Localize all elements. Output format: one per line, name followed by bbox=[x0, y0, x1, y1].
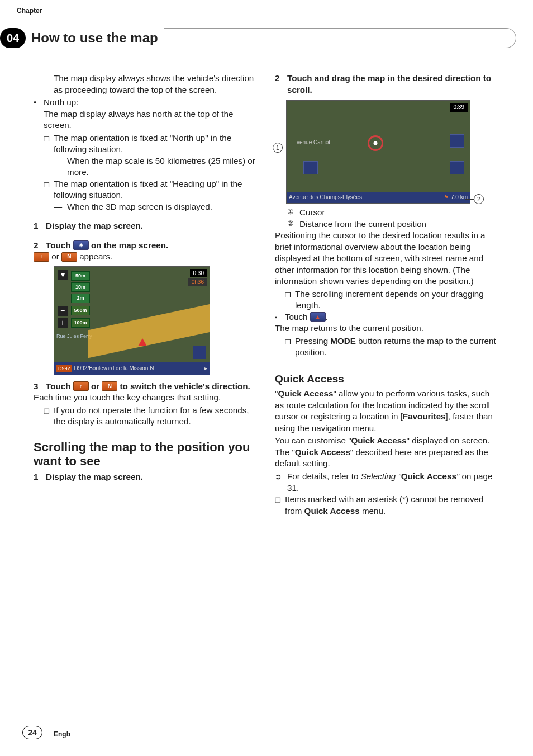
chapter-label: Chapter bbox=[17, 7, 42, 15]
text-fragment: Quick Access bbox=[304, 506, 360, 516]
chapter-rule bbox=[164, 28, 516, 48]
text-fragment: . bbox=[326, 312, 328, 322]
heading-up-icon[interactable]: ↑ bbox=[34, 252, 49, 262]
bullet-text: North up: bbox=[44, 97, 258, 108]
text-fragment: to switch the vehicle's direction. bbox=[117, 381, 250, 391]
callout-line bbox=[465, 199, 474, 200]
flag-icon: ⚑ bbox=[444, 193, 449, 201]
clock-badge: 0:39 bbox=[450, 103, 468, 112]
text-fragment: Touch bbox=[285, 312, 310, 322]
status-street: Avenue des Champs-Elysées bbox=[289, 193, 362, 201]
callout-line bbox=[283, 148, 364, 148]
section-heading: Scrolling the map to the position you wa… bbox=[34, 440, 258, 469]
zoom-marker-icon[interactable]: ▾ bbox=[58, 270, 68, 280]
scale-button[interactable]: 10m bbox=[71, 282, 90, 292]
body-text: You can customise "Quick Access" display… bbox=[275, 435, 499, 470]
body-text: The map returns to the current position. bbox=[275, 323, 499, 334]
body-text: Positioning the cursor to the desired lo… bbox=[275, 230, 499, 287]
map-screenshot-right: 0:39 venue Carnot Avenue des Champs-Elys… bbox=[286, 100, 470, 204]
step-body: Each time you touch the key changes that… bbox=[34, 392, 258, 404]
map-tool-button[interactable] bbox=[450, 161, 464, 174]
clock-badge: 0:30 bbox=[190, 269, 207, 278]
note-text: The scrolling increment depends on your … bbox=[295, 289, 499, 311]
note-box-icon bbox=[285, 289, 295, 311]
icon-glyph: N bbox=[67, 253, 71, 261]
subsection-heading: Quick Access bbox=[275, 372, 499, 386]
icon-glyph: ✶ bbox=[79, 242, 83, 249]
step-number: 1 bbox=[34, 471, 46, 483]
note-box-icon bbox=[275, 494, 285, 517]
scale-button[interactable]: 50m bbox=[71, 271, 90, 281]
text-fragment: menu. bbox=[360, 506, 386, 516]
text-fragment: Selecting " bbox=[361, 471, 401, 481]
map-tool-button[interactable] bbox=[450, 134, 464, 148]
text-fragment: Quick Access bbox=[295, 447, 350, 457]
step-body: ↑ or N appears. bbox=[34, 251, 258, 263]
step-number: 3 bbox=[34, 381, 46, 393]
note-text: The map orientation is fixed at "Heading… bbox=[54, 178, 258, 201]
left-column: The map display always shows the vehicle… bbox=[34, 73, 258, 517]
step-text: Touch ✶ on the map screen. bbox=[46, 240, 258, 252]
legend-text: Distance from the current position bbox=[299, 219, 499, 230]
icon-glyph: ▲ bbox=[315, 313, 321, 321]
zoom-in-icon[interactable]: + bbox=[58, 318, 68, 328]
text-fragment: Quick Access bbox=[351, 436, 407, 445]
icon-glyph: ↑ bbox=[79, 382, 82, 390]
note-box-icon bbox=[44, 178, 54, 201]
body-text: "Quick Access" allow you to perform vari… bbox=[275, 388, 499, 434]
text-fragment: appears. bbox=[77, 252, 112, 261]
eta-badge: 0h36 bbox=[188, 278, 207, 287]
scale-button[interactable]: 2m bbox=[71, 294, 90, 303]
note-box-icon bbox=[44, 405, 54, 428]
text-fragment: Favourites bbox=[403, 412, 446, 421]
scale-button[interactable]: 500m bbox=[71, 306, 90, 315]
chapter-bar: 04 How to use the map bbox=[0, 28, 516, 48]
note-text: Items marked with an asterisk (*) cannot… bbox=[285, 494, 499, 517]
chapter-title: How to use the map bbox=[31, 30, 158, 46]
distance-value: 7.0 km bbox=[451, 193, 468, 201]
icon-glyph: ↑ bbox=[40, 253, 43, 261]
legend-text: Cursor bbox=[299, 207, 499, 219]
icon-glyph: N bbox=[108, 382, 112, 390]
page-number: 24 bbox=[22, 726, 42, 739]
reference-text: For details, refer to Selecting "Quick A… bbox=[287, 471, 499, 494]
right-column: 2Touch and drag the map in the desired d… bbox=[275, 73, 499, 517]
north-up-icon[interactable]: N bbox=[102, 381, 117, 391]
legend-number: ② bbox=[287, 219, 299, 230]
step-number: 2 bbox=[275, 73, 287, 96]
vehicle-arrow-icon bbox=[138, 338, 147, 346]
menu-square-icon[interactable] bbox=[193, 346, 206, 359]
text-fragment: Touch bbox=[46, 381, 73, 391]
map-screenshot-left: 0:30 0h36 ▾ 50m 10m 2m − 500m + 100m Rue… bbox=[54, 266, 210, 375]
street-label: Rue Jules Ferry bbox=[56, 333, 92, 339]
dash-text: When the map scale is 50 kilometres (25 … bbox=[67, 155, 258, 178]
text-fragment: Quick Access bbox=[278, 389, 333, 398]
return-car-icon[interactable]: ▲ bbox=[310, 312, 326, 322]
road-tag: D992 bbox=[56, 365, 72, 372]
bullet-text: Touch ▲. bbox=[285, 311, 499, 323]
text-fragment: or bbox=[49, 252, 61, 261]
chapter-number-badge: 04 bbox=[0, 28, 26, 48]
reference-arrow-icon bbox=[275, 471, 287, 494]
compass-icon[interactable]: ✶ bbox=[73, 240, 89, 250]
map-tool-button[interactable] bbox=[303, 161, 318, 174]
square-bullet-icon bbox=[275, 311, 285, 323]
step-number: 2 bbox=[34, 240, 46, 252]
north-up-icon[interactable]: N bbox=[61, 252, 77, 262]
step-text: Touch ↑ or N to switch the vehicle's dir… bbox=[46, 381, 258, 393]
heading-up-icon[interactable]: ↑ bbox=[73, 381, 89, 391]
scale-button[interactable]: 100m bbox=[71, 318, 90, 328]
note-text: The map orientation is fixed at "North u… bbox=[54, 133, 258, 155]
zoom-out-icon[interactable]: − bbox=[58, 306, 68, 316]
note-box-icon bbox=[285, 336, 295, 358]
text-fragment: Touch bbox=[46, 240, 73, 250]
step-text: Display the map screen. bbox=[46, 471, 258, 483]
language-code: Engb bbox=[54, 730, 70, 738]
road-name: D992/Boulevard de la Mission N bbox=[74, 365, 154, 372]
bullet-dot-icon bbox=[34, 97, 44, 108]
callout-marker: 1 bbox=[273, 143, 283, 153]
note-box-icon bbox=[44, 133, 54, 155]
note-text: If you do not operate the function for a… bbox=[54, 405, 258, 428]
text-fragment: on the map screen. bbox=[89, 240, 169, 250]
status-bar: D992 D992/Boulevard de la Mission N ▸ bbox=[54, 362, 210, 375]
